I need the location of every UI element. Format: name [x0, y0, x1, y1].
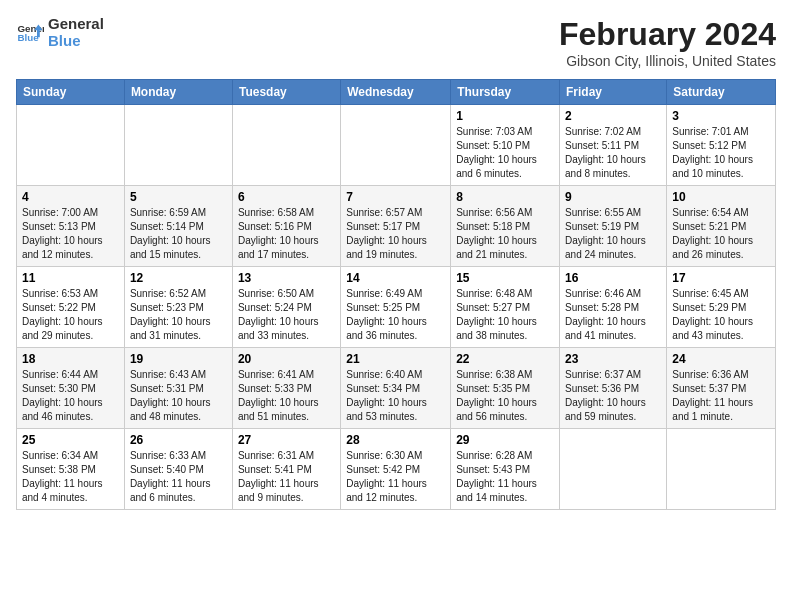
calendar-header-sunday: Sunday [17, 80, 125, 105]
calendar-body: 1Sunrise: 7:03 AM Sunset: 5:10 PM Daylig… [17, 105, 776, 510]
calendar-cell: 11Sunrise: 6:53 AM Sunset: 5:22 PM Dayli… [17, 267, 125, 348]
day-info: Sunrise: 6:40 AM Sunset: 5:34 PM Dayligh… [346, 368, 445, 424]
day-number: 3 [672, 109, 770, 123]
day-info: Sunrise: 6:41 AM Sunset: 5:33 PM Dayligh… [238, 368, 335, 424]
day-number: 18 [22, 352, 119, 366]
day-number: 11 [22, 271, 119, 285]
page-header: General Blue General Blue February 2024 … [16, 16, 776, 69]
calendar-week-5: 25Sunrise: 6:34 AM Sunset: 5:38 PM Dayli… [17, 429, 776, 510]
day-number: 6 [238, 190, 335, 204]
calendar-cell: 7Sunrise: 6:57 AM Sunset: 5:17 PM Daylig… [341, 186, 451, 267]
page-subtitle: Gibson City, Illinois, United States [559, 53, 776, 69]
calendar-cell: 6Sunrise: 6:58 AM Sunset: 5:16 PM Daylig… [232, 186, 340, 267]
day-number: 23 [565, 352, 661, 366]
calendar-header-friday: Friday [560, 80, 667, 105]
day-number: 26 [130, 433, 227, 447]
calendar-cell: 8Sunrise: 6:56 AM Sunset: 5:18 PM Daylig… [451, 186, 560, 267]
calendar-week-4: 18Sunrise: 6:44 AM Sunset: 5:30 PM Dayli… [17, 348, 776, 429]
calendar-cell: 29Sunrise: 6:28 AM Sunset: 5:43 PM Dayli… [451, 429, 560, 510]
calendar-cell: 15Sunrise: 6:48 AM Sunset: 5:27 PM Dayli… [451, 267, 560, 348]
calendar-cell: 14Sunrise: 6:49 AM Sunset: 5:25 PM Dayli… [341, 267, 451, 348]
calendar-cell: 24Sunrise: 6:36 AM Sunset: 5:37 PM Dayli… [667, 348, 776, 429]
calendar-cell: 20Sunrise: 6:41 AM Sunset: 5:33 PM Dayli… [232, 348, 340, 429]
day-number: 14 [346, 271, 445, 285]
day-number: 1 [456, 109, 554, 123]
day-number: 13 [238, 271, 335, 285]
day-info: Sunrise: 7:01 AM Sunset: 5:12 PM Dayligh… [672, 125, 770, 181]
day-info: Sunrise: 6:57 AM Sunset: 5:17 PM Dayligh… [346, 206, 445, 262]
day-info: Sunrise: 6:43 AM Sunset: 5:31 PM Dayligh… [130, 368, 227, 424]
svg-text:Blue: Blue [17, 32, 39, 43]
day-info: Sunrise: 6:34 AM Sunset: 5:38 PM Dayligh… [22, 449, 119, 505]
day-number: 9 [565, 190, 661, 204]
day-number: 29 [456, 433, 554, 447]
calendar-header-tuesday: Tuesday [232, 80, 340, 105]
calendar-cell [17, 105, 125, 186]
logo-general: General [48, 16, 104, 33]
day-info: Sunrise: 6:48 AM Sunset: 5:27 PM Dayligh… [456, 287, 554, 343]
calendar-week-3: 11Sunrise: 6:53 AM Sunset: 5:22 PM Dayli… [17, 267, 776, 348]
calendar-header-monday: Monday [124, 80, 232, 105]
day-number: 28 [346, 433, 445, 447]
day-info: Sunrise: 6:28 AM Sunset: 5:43 PM Dayligh… [456, 449, 554, 505]
calendar-cell: 2Sunrise: 7:02 AM Sunset: 5:11 PM Daylig… [560, 105, 667, 186]
calendar-header-saturday: Saturday [667, 80, 776, 105]
day-number: 21 [346, 352, 445, 366]
calendar-cell [667, 429, 776, 510]
calendar-week-1: 1Sunrise: 7:03 AM Sunset: 5:10 PM Daylig… [17, 105, 776, 186]
calendar-header-row: SundayMondayTuesdayWednesdayThursdayFrid… [17, 80, 776, 105]
day-info: Sunrise: 6:55 AM Sunset: 5:19 PM Dayligh… [565, 206, 661, 262]
calendar-cell: 17Sunrise: 6:45 AM Sunset: 5:29 PM Dayli… [667, 267, 776, 348]
day-info: Sunrise: 7:00 AM Sunset: 5:13 PM Dayligh… [22, 206, 119, 262]
calendar-cell: 18Sunrise: 6:44 AM Sunset: 5:30 PM Dayli… [17, 348, 125, 429]
day-info: Sunrise: 6:46 AM Sunset: 5:28 PM Dayligh… [565, 287, 661, 343]
calendar-cell: 16Sunrise: 6:46 AM Sunset: 5:28 PM Dayli… [560, 267, 667, 348]
page-title: February 2024 [559, 16, 776, 53]
day-info: Sunrise: 6:59 AM Sunset: 5:14 PM Dayligh… [130, 206, 227, 262]
day-info: Sunrise: 7:02 AM Sunset: 5:11 PM Dayligh… [565, 125, 661, 181]
day-number: 17 [672, 271, 770, 285]
day-info: Sunrise: 6:58 AM Sunset: 5:16 PM Dayligh… [238, 206, 335, 262]
calendar-cell: 3Sunrise: 7:01 AM Sunset: 5:12 PM Daylig… [667, 105, 776, 186]
calendar-cell: 5Sunrise: 6:59 AM Sunset: 5:14 PM Daylig… [124, 186, 232, 267]
calendar-cell: 1Sunrise: 7:03 AM Sunset: 5:10 PM Daylig… [451, 105, 560, 186]
calendar-cell: 21Sunrise: 6:40 AM Sunset: 5:34 PM Dayli… [341, 348, 451, 429]
day-info: Sunrise: 6:38 AM Sunset: 5:35 PM Dayligh… [456, 368, 554, 424]
day-number: 27 [238, 433, 335, 447]
day-info: Sunrise: 7:03 AM Sunset: 5:10 PM Dayligh… [456, 125, 554, 181]
logo-icon: General Blue [16, 19, 44, 47]
calendar-cell: 25Sunrise: 6:34 AM Sunset: 5:38 PM Dayli… [17, 429, 125, 510]
day-number: 22 [456, 352, 554, 366]
calendar-header-thursday: Thursday [451, 80, 560, 105]
day-number: 10 [672, 190, 770, 204]
day-number: 12 [130, 271, 227, 285]
day-info: Sunrise: 6:50 AM Sunset: 5:24 PM Dayligh… [238, 287, 335, 343]
day-number: 8 [456, 190, 554, 204]
calendar-table: SundayMondayTuesdayWednesdayThursdayFrid… [16, 79, 776, 510]
day-info: Sunrise: 6:44 AM Sunset: 5:30 PM Dayligh… [22, 368, 119, 424]
calendar-cell: 12Sunrise: 6:52 AM Sunset: 5:23 PM Dayli… [124, 267, 232, 348]
day-info: Sunrise: 6:54 AM Sunset: 5:21 PM Dayligh… [672, 206, 770, 262]
calendar-header-wednesday: Wednesday [341, 80, 451, 105]
logo-blue: Blue [48, 33, 104, 50]
day-info: Sunrise: 6:36 AM Sunset: 5:37 PM Dayligh… [672, 368, 770, 424]
day-number: 7 [346, 190, 445, 204]
day-number: 16 [565, 271, 661, 285]
day-info: Sunrise: 6:37 AM Sunset: 5:36 PM Dayligh… [565, 368, 661, 424]
calendar-cell [124, 105, 232, 186]
day-number: 24 [672, 352, 770, 366]
day-info: Sunrise: 6:31 AM Sunset: 5:41 PM Dayligh… [238, 449, 335, 505]
day-number: 4 [22, 190, 119, 204]
calendar-cell [341, 105, 451, 186]
calendar-cell: 13Sunrise: 6:50 AM Sunset: 5:24 PM Dayli… [232, 267, 340, 348]
day-number: 15 [456, 271, 554, 285]
calendar-week-2: 4Sunrise: 7:00 AM Sunset: 5:13 PM Daylig… [17, 186, 776, 267]
day-number: 20 [238, 352, 335, 366]
day-info: Sunrise: 6:45 AM Sunset: 5:29 PM Dayligh… [672, 287, 770, 343]
day-number: 19 [130, 352, 227, 366]
calendar-cell: 23Sunrise: 6:37 AM Sunset: 5:36 PM Dayli… [560, 348, 667, 429]
calendar-cell: 9Sunrise: 6:55 AM Sunset: 5:19 PM Daylig… [560, 186, 667, 267]
calendar-cell: 22Sunrise: 6:38 AM Sunset: 5:35 PM Dayli… [451, 348, 560, 429]
day-info: Sunrise: 6:30 AM Sunset: 5:42 PM Dayligh… [346, 449, 445, 505]
day-info: Sunrise: 6:49 AM Sunset: 5:25 PM Dayligh… [346, 287, 445, 343]
